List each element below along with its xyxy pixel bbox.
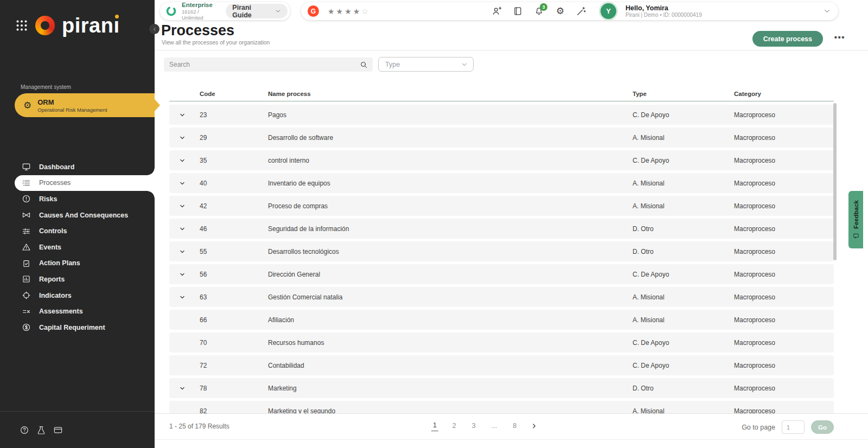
- row-expand-icon[interactable]: [169, 248, 195, 255]
- app-root: piranı Management system ⚙ ORM Operation…: [0, 0, 868, 448]
- table-row-42[interactable]: 42Proceso de comprasA. MisionalMacroproc…: [169, 196, 834, 216]
- row-code: 29: [195, 134, 264, 142]
- row-code: 40: [195, 180, 264, 187]
- sidebar-item-indicators[interactable]: Indicators: [0, 287, 155, 304]
- chevron-down-icon: [275, 8, 281, 14]
- page-2[interactable]: 2: [451, 421, 458, 431]
- pirani-wordmark: piranı: [62, 15, 119, 36]
- search-input[interactable]: [164, 61, 360, 68]
- row-category: Macroproceso: [730, 111, 834, 119]
- sidebar-item-processes[interactable]: Processes: [15, 175, 155, 191]
- col-type: Type: [628, 91, 730, 97]
- row-expand-icon[interactable]: [169, 111, 195, 119]
- row-type: A. Misional: [628, 293, 730, 301]
- feedback-label: Feedback: [853, 200, 859, 229]
- sidebar-item-reports[interactable]: Reports: [0, 271, 155, 287]
- more-options-icon[interactable]: •••: [834, 33, 845, 42]
- goto-page-input[interactable]: [782, 420, 805, 434]
- row-name: Dirección General: [264, 271, 628, 278]
- star-filled-icon: ★: [336, 7, 345, 16]
- row-expand-icon[interactable]: [169, 293, 195, 301]
- table-row-35[interactable]: 35control internoC. De ApoyoMacroproceso: [169, 150, 834, 170]
- notification-badge: 3: [540, 3, 547, 11]
- page-8[interactable]: 8: [511, 421, 518, 431]
- avatar[interactable]: Y: [601, 3, 616, 19]
- row-expand-icon[interactable]: [169, 385, 195, 392]
- pirani-guide-button[interactable]: Pirani Guide: [226, 4, 288, 18]
- feedback-tab[interactable]: Feedback: [848, 191, 863, 248]
- page-3[interactable]: 3: [470, 421, 477, 431]
- row-type: C. De Apoyo: [628, 362, 730, 369]
- app-grid-icon[interactable]: [15, 19, 28, 32]
- scrollbar-thumb[interactable]: [833, 103, 837, 260]
- row-expand-icon[interactable]: [169, 271, 195, 278]
- table-row-82[interactable]: 82Marketing y el segundoA. MisionalMacro…: [169, 401, 834, 413]
- table-row-29[interactable]: 29Desarrollo de softwareA. MisionalMacro…: [169, 127, 834, 148]
- sidebar-item-assessments[interactable]: Assessments: [0, 303, 155, 319]
- lab-icon[interactable]: [36, 425, 46, 435]
- create-process-button[interactable]: Create process: [752, 31, 823, 47]
- row-expand-icon[interactable]: [169, 225, 195, 233]
- sidebar-item-risks[interactable]: Risks: [0, 191, 155, 207]
- module-name: Operational Risk Management: [37, 107, 107, 113]
- row-name: Desarrollos tecnológicos: [264, 248, 628, 255]
- page-1[interactable]: 1: [431, 421, 438, 431]
- next-page-icon[interactable]: [531, 423, 538, 430]
- search-icon[interactable]: [360, 61, 368, 69]
- type-dropdown[interactable]: Type: [378, 57, 474, 72]
- invite-user-icon[interactable]: [492, 6, 502, 16]
- go-button[interactable]: Go: [811, 420, 834, 434]
- sidebar-item-controls[interactable]: Controls: [0, 223, 155, 239]
- star-empty-icon: ☆: [361, 7, 370, 16]
- table-row-66[interactable]: 66AfiliaciónA. MisionalMacroproceso: [169, 310, 834, 330]
- row-name: Contabilidad: [264, 362, 628, 369]
- module-selector-orm[interactable]: ⚙ ORM Operational Risk Management: [15, 93, 155, 117]
- row-expand-icon[interactable]: [169, 202, 195, 210]
- table-row-63[interactable]: 63Gestión Comercial nataliaA. MisionalMa…: [169, 287, 834, 307]
- header-icons: 3⚙: [492, 6, 586, 16]
- guide-book-icon[interactable]: [513, 6, 523, 16]
- row-code: 42: [195, 202, 264, 210]
- table-row-56[interactable]: 56Dirección GeneralC. De ApoyoMacroproce…: [169, 264, 834, 284]
- sidebar-item-dashboard[interactable]: Dashboard: [0, 159, 155, 175]
- pager: 123...8: [431, 421, 538, 431]
- table-row-40[interactable]: 40Inventario de equiposA. MisionalMacrop…: [169, 173, 834, 193]
- bottom-divider: [155, 439, 868, 440]
- table-row-55[interactable]: 55Desarrollos tecnológicosD. OtroMacropr…: [169, 241, 834, 261]
- table-row-70[interactable]: 70Recursos humanosC. De ApoyoMacroproces…: [169, 332, 834, 353]
- sidebar-item-action-plans[interactable]: Action Plans: [0, 255, 155, 272]
- whats-new-icon[interactable]: [576, 6, 586, 16]
- billing-icon[interactable]: [53, 425, 63, 435]
- row-expand-icon[interactable]: [169, 180, 195, 187]
- sidebar: piranı Management system ⚙ ORM Operation…: [0, 0, 155, 448]
- main-content: Enterprise 16162 / Unlimited Pirani Guid…: [155, 0, 868, 448]
- help-icon[interactable]: [20, 425, 29, 435]
- row-code: 72: [195, 362, 264, 369]
- sidebar-item-capital-requeriment[interactable]: Capital Requeriment: [0, 319, 155, 336]
- risks-icon: [22, 194, 31, 203]
- table-row-46[interactable]: 46Seguridad de la informaciónD. OtroMacr…: [169, 219, 834, 239]
- sidebar-item-label: Controls: [39, 227, 67, 235]
- user-menu-chevron-icon[interactable]: [824, 8, 831, 15]
- table-row-23[interactable]: 23PagosC. De ApoyoMacroproceso: [169, 105, 834, 125]
- sidebar-item-events[interactable]: Events: [0, 239, 155, 255]
- row-expand-icon[interactable]: [169, 134, 195, 142]
- sidebar-item-label: Assessments: [39, 308, 83, 315]
- notifications-icon[interactable]: 3: [534, 6, 544, 16]
- sidebar-item-causes-and-consequences[interactable]: Causes And Consequences: [0, 207, 155, 223]
- row-category: Macroproceso: [730, 202, 834, 210]
- col-category: Category: [730, 91, 834, 97]
- row-type: A. Misional: [628, 407, 730, 414]
- sidebar-collapse-button[interactable]: [149, 24, 159, 34]
- row-type: D. Otro: [628, 248, 730, 255]
- module-abbr: ORM: [37, 98, 107, 106]
- row-expand-icon[interactable]: [169, 157, 195, 164]
- rating-stars[interactable]: ★★★★☆: [328, 7, 370, 16]
- row-name: Proceso de compras: [264, 202, 628, 210]
- row-code: 63: [195, 293, 264, 301]
- table-row-78[interactable]: 78MarketingD. OtroMacroproceso: [169, 378, 834, 398]
- row-category: Macroproceso: [730, 362, 834, 369]
- chevron-down-icon: [461, 61, 468, 68]
- settings-icon[interactable]: ⚙: [555, 6, 565, 16]
- table-row-72[interactable]: 72ContabilidadC. De ApoyoMacroproceso: [169, 355, 834, 375]
